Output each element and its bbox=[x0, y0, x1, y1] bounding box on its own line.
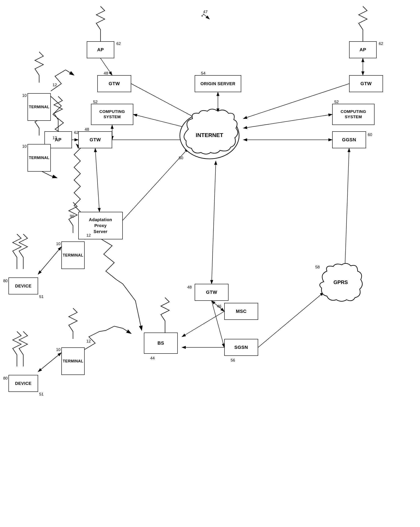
ref-ap-middle: 62 bbox=[74, 130, 78, 135]
ref-ggsn: 60 bbox=[368, 132, 372, 137]
ref-msc: 46 bbox=[217, 304, 221, 309]
ap-top-right: AP bbox=[349, 41, 377, 58]
ref-sgsn: 56 bbox=[231, 358, 235, 363]
ap-top-left: AP bbox=[87, 41, 114, 58]
svg-line-12 bbox=[243, 114, 332, 128]
ref-terminal-top-12: 12 bbox=[52, 83, 57, 87]
svg-line-24 bbox=[38, 247, 61, 274]
svg-text:GPRS: GPRS bbox=[334, 279, 348, 285]
ggsn: GGSN bbox=[332, 131, 366, 148]
ref-gtw-top-left: 48 bbox=[104, 71, 108, 76]
svg-line-15 bbox=[211, 161, 216, 284]
ref-adaptation-proxy: 90 bbox=[70, 214, 74, 219]
gtw-top-right: GTW bbox=[349, 75, 383, 92]
terminal-mid: TERMINAL bbox=[28, 144, 51, 172]
ref-origin-server: 54 bbox=[201, 71, 205, 76]
terminal-lower: TERMINAL bbox=[61, 242, 85, 269]
ref-terminal-bottom-12: 12 bbox=[86, 339, 91, 344]
gtw-bottom: GTW bbox=[195, 284, 229, 301]
gprs-cloud: GPRS bbox=[315, 263, 366, 305]
svg-text:INTERNET: INTERNET bbox=[196, 132, 223, 138]
terminal-top: TERMINAL bbox=[28, 93, 51, 121]
ref-terminal-lower-10: 10 bbox=[56, 242, 61, 246]
ref-gtw-bottom: 48 bbox=[187, 285, 192, 290]
ref-device-lower-80: 80 bbox=[3, 376, 8, 381]
terminal-bottom: TERMINAL bbox=[61, 347, 85, 375]
bs: BS bbox=[144, 332, 178, 354]
ref-device-upper-80: 80 bbox=[3, 279, 8, 283]
ref-gtw-middle: 48 bbox=[85, 127, 89, 132]
ref-terminal-mid-10: 10 bbox=[22, 144, 27, 149]
computing-system-right: COMPUTINGSYSTEM bbox=[332, 104, 375, 125]
svg-line-20 bbox=[258, 292, 324, 347]
ref-computing-right: 52 bbox=[334, 99, 339, 104]
ref-device-lower-51: 51 bbox=[39, 392, 43, 396]
svg-line-23 bbox=[95, 148, 99, 212]
svg-line-26 bbox=[38, 353, 61, 372]
adaptation-proxy-server: AdaptationProxyServer bbox=[78, 212, 123, 239]
device-lower: DEVICE bbox=[9, 375, 38, 392]
svg-line-27 bbox=[38, 353, 61, 372]
internet-cloud: INTERNET bbox=[178, 108, 241, 163]
msc: MSC bbox=[224, 303, 258, 320]
ref-terminal-mid-12: 12 bbox=[52, 136, 57, 140]
svg-line-21 bbox=[345, 148, 349, 269]
device-upper: DEVICE bbox=[9, 277, 38, 295]
sgsn: SGSN bbox=[224, 339, 258, 356]
ref-device-upper-51: 51 bbox=[39, 295, 43, 299]
ref-internet: 50 bbox=[179, 156, 183, 160]
diagram: 47 ↙ AP 62 AP 62 AP 62 GTW 48 GTW GTW 48… bbox=[0, 0, 420, 527]
gtw-top-left: GTW bbox=[97, 75, 131, 92]
ref-ap-top-right: 62 bbox=[379, 41, 383, 46]
ref-computing-left: 52 bbox=[93, 99, 97, 104]
ref-ap-top-left: 62 bbox=[116, 41, 121, 46]
origin-server: ORIGIN SERVER bbox=[195, 75, 241, 92]
svg-line-18 bbox=[182, 311, 224, 337]
ref-terminal-top-10: 10 bbox=[22, 93, 27, 98]
ref-terminal-lower-12: 12 bbox=[86, 233, 91, 238]
computing-system-left: COMPUTINGSYSTEM bbox=[91, 104, 133, 125]
arrow-47: ↙ bbox=[201, 13, 204, 18]
ref-gprs: 58 bbox=[315, 265, 320, 269]
ref-terminal-bottom-10: 10 bbox=[56, 347, 61, 352]
svg-line-25 bbox=[38, 247, 61, 274]
ref-bs: 44 bbox=[150, 356, 155, 361]
gtw-middle: GTW bbox=[78, 131, 112, 148]
